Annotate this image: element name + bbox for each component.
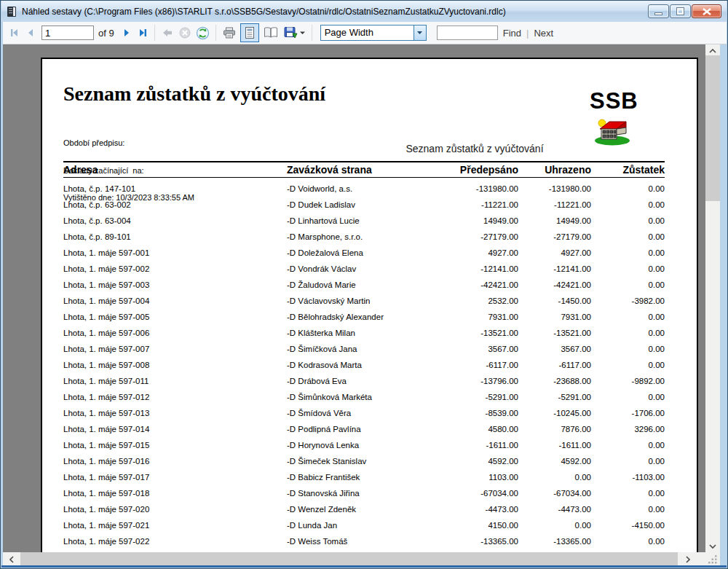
window-title: Náhled sestavy (C:\Program Files (x86)\S… [22,7,506,17]
table-cell: Lhota, 1. máje 597-021 [63,517,149,533]
toolbar-separator [215,25,216,41]
back-button[interactable] [159,24,176,42]
previous-page-button[interactable] [23,24,39,42]
zoom-dropdown-button[interactable] [414,25,426,40]
scroll-left-button[interactable] [4,552,19,566]
table-cell: 0.00 [649,341,665,357]
resize-grip-icon[interactable] [707,554,719,565]
table-cell: Lhota, 1. máje 597-020 [63,501,149,517]
table-cell: 2532.00 [488,293,518,309]
table-cell: -D Podlipná Pavlína [287,421,361,437]
horizontal-scroll-thumb[interactable] [20,552,678,566]
table-cell: -D Šimíčková Jana [287,341,357,357]
table-cell: 7876.00 [561,421,591,437]
table-cell: Lhota, 1. máje 597-004 [63,293,149,309]
table-cell: 3567.00 [488,341,518,357]
table-cell: 0.00 [649,357,665,373]
export-button[interactable] [281,24,308,42]
report-page: Seznam zůstatků z vyúčtování Období před… [41,58,698,552]
title-bar[interactable]: Náhled sestavy (C:\Program Files (x86)\S… [1,1,727,22]
next-button[interactable]: Next [534,28,553,39]
chevron-down-icon [709,544,716,549]
table-cell: -D Wenzel Zdeněk [287,501,356,517]
table-row: Lhota, 1. máje 597-022-D Weiss Tomáš-133… [63,533,665,549]
house-icon [594,117,632,146]
stop-button[interactable] [176,24,194,42]
table-cell: 7931.00 [488,309,518,325]
table-cell: 0.00 [649,261,665,277]
table-cell: -11221.00 [554,197,591,213]
chevron-up-icon [709,49,716,53]
table-row: Lhota, 1. máje 597-018-D Stanovská Jiřin… [63,485,665,501]
report-icon [7,6,17,17]
vertical-scrollbar[interactable] [705,44,720,552]
table-cell: Lhota, 1. máje 597-017 [63,469,149,485]
page-setup-button[interactable] [261,24,281,42]
table-cell: -D Doležalová Elena [287,245,363,261]
table-cell: -D Šimeček Stanislav [287,453,366,469]
table-cell: Lhota, 1. máje 597-002 [63,261,149,277]
table-cell: -4473.00 [486,501,518,517]
table-cell: 0.00 [649,501,665,517]
window-controls [648,4,721,18]
table-cell: 7931.00 [561,309,591,325]
first-page-button[interactable] [7,24,23,42]
table-cell: 3296.00 [634,421,665,437]
chevron-right-icon [686,556,690,563]
table-cell: -1611.00 [558,437,591,453]
table-cell: Lhota, 1. máje 597-018 [63,485,149,501]
vertical-scroll-thumb[interactable] [705,55,720,201]
table-cell: -4150.00 [632,517,665,533]
page-number-input[interactable] [41,25,94,40]
table-row: Lhota, 1. máje 597-021-D Lunda Jan4150.0… [63,517,665,533]
table-cell: 4927.00 [488,245,518,261]
report-title: Seznam zůstatků z vyúčtování [63,82,325,106]
report-toolbar: of 9 [3,22,727,44]
table-cell: Lhota, 1. máje 597-003 [63,277,149,293]
table-cell: 0.00 [649,277,665,293]
next-page-button[interactable] [119,24,135,42]
table-cell: Lhota, 1. máje 597-022 [63,533,149,549]
table-cell: 4580.00 [488,421,518,437]
table-cell: -5291.00 [558,389,591,405]
horizontal-scrollbar[interactable] [3,552,720,566]
minimize-icon [654,12,662,15]
scroll-down-button[interactable] [705,540,720,552]
stop-icon [178,26,191,39]
table-cell: -D Klášterka Milan [287,325,355,341]
table-cell: Lhota, 1. máje 597-012 [63,389,149,405]
table-row: Lhota, 1. máje 597-012-D Šimůnková Marké… [63,389,665,405]
print-button[interactable] [220,24,239,42]
table-row: Lhota, 1. máje 597-014-D Podlipná Pavlín… [63,421,665,437]
table-cell: 4592.00 [488,453,518,469]
table-cell: 1103.00 [488,469,518,485]
find-button[interactable]: Find [503,28,521,39]
refresh-button[interactable] [194,24,212,42]
table-cell: 0.00 [575,469,591,485]
zoom-dropdown[interactable]: Page Width [320,25,427,41]
table-cell: -13365.00 [553,533,591,549]
table-row: Lhota, 1. máje 597-020-D Wenzel Zdeněk-4… [63,501,665,517]
last-page-button[interactable] [135,24,151,42]
restore-button[interactable] [670,4,691,18]
table-cell: -12141.00 [480,261,518,277]
first-page-icon [9,27,20,39]
column-header-adresa: Adresa [63,162,98,177]
table-cell: Lhota, 1. máje 597-016 [63,453,149,469]
report-viewport[interactable]: Seznam zůstatků z vyúčtování Období před… [3,44,705,552]
table-cell: -13365.00 [480,533,518,549]
table-cell: -23688.00 [553,373,591,389]
table-cell: -67034.00 [480,485,518,501]
table-cell: 4150.00 [488,517,518,533]
print-layout-button[interactable] [240,23,259,42]
table-cell: -5291.00 [486,389,518,405]
table-row: Lhota, 1. máje 597-002-D Vondrák Václav-… [63,261,665,277]
table-row: Lhota, 1. máje 597-015-D Horynová Lenka-… [63,437,665,453]
table-row: Lhota, 1. máje 597-005-D Bělohradský Ale… [63,309,665,325]
find-input[interactable] [437,25,498,40]
scroll-right-button[interactable] [681,552,695,566]
table-cell: -131980.00 [476,181,518,197]
table-cell: -6117.00 [558,357,591,373]
close-button[interactable] [692,4,721,18]
minimize-button[interactable] [648,4,669,18]
